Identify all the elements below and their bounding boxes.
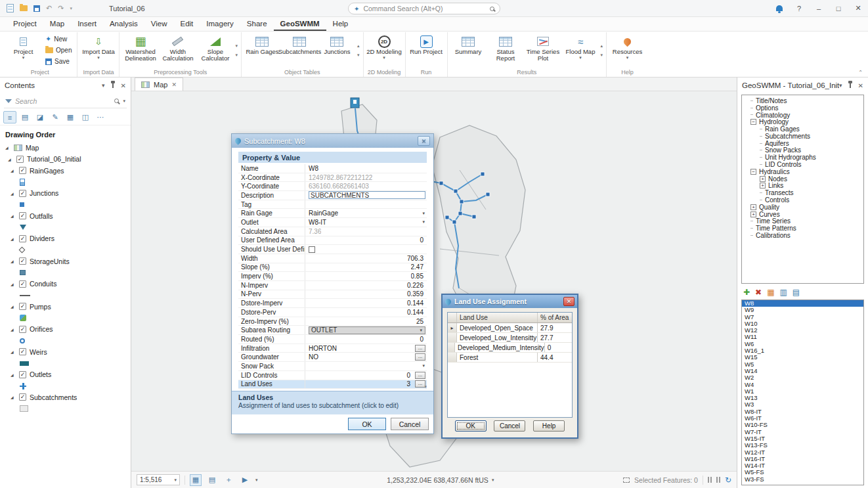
symbol-row-storageunits[interactable]: [0, 267, 131, 278]
property-row-zero-imperv[interactable]: Zero-Imperv (%)25: [238, 317, 427, 326]
row-selector[interactable]: [448, 343, 455, 352]
chevron-down-icon[interactable]: ▾: [255, 477, 258, 482]
time-series-plot-button[interactable]: Time Series Plot: [525, 32, 562, 68]
property-row-groundwater[interactable]: GroundwaterNO...: [238, 353, 427, 362]
property-row-land-uses[interactable]: Land Uses3...: [238, 380, 427, 389]
ok-button[interactable]: OK: [455, 420, 487, 432]
property-row-dstore-perv[interactable]: Dstore-Perv0.144: [238, 308, 427, 317]
pin-icon[interactable]: [850, 83, 851, 88]
object-item-w5[interactable]: W5: [742, 361, 863, 368]
pin-icon[interactable]: [112, 83, 114, 88]
tree-node-climatology[interactable]: Climatology: [742, 112, 863, 119]
pct-area-column-header[interactable]: % of Area: [538, 313, 572, 322]
object-item-w9[interactable]: W9: [742, 307, 863, 313]
open-button[interactable]: Open: [43, 45, 74, 55]
help-button[interactable]: Help: [533, 420, 565, 432]
close-pane-icon[interactable]: ✕: [121, 82, 126, 89]
row-selector[interactable]: [448, 353, 457, 362]
filter-icon[interactable]: [5, 99, 12, 103]
orifice-symbol-swatch[interactable]: [20, 338, 25, 344]
layer-checkbox[interactable]: ✓: [19, 393, 26, 401]
save-project-icon[interactable]: [33, 5, 40, 12]
outfall-symbol-swatch[interactable]: [20, 225, 26, 230]
layer-row-junctions[interactable]: ◢✓Junctions: [0, 188, 131, 200]
divider-symbol-swatch[interactable]: [19, 247, 26, 254]
layer-row-outlets[interactable]: ◢✓Outlets: [0, 369, 131, 381]
layout-grid-icon[interactable]: ▦: [190, 474, 202, 486]
layer-checkbox[interactable]: ✓: [19, 326, 26, 333]
ok-button[interactable]: OK: [348, 418, 386, 430]
map-scale-select[interactable]: 1:5,516 ▾: [137, 474, 180, 485]
project-button[interactable]: Project ▾: [5, 32, 42, 68]
object-item-w11[interactable]: W11: [742, 334, 863, 340]
outlet-symbol-swatch[interactable]: [20, 383, 26, 389]
object-item-w10[interactable]: W10: [742, 321, 863, 327]
property-row-y-coordinate[interactable]: Y-Coordinate636160.6682661403: [238, 182, 427, 191]
close-button[interactable]: ✕: [563, 297, 575, 306]
symbol-row-conduits[interactable]: [0, 290, 131, 301]
pause-drawing-icon[interactable]: [708, 477, 712, 483]
more-options-icon[interactable]: ⋯: [94, 111, 107, 123]
object-item-w1[interactable]: W1: [742, 388, 863, 395]
status-report-button[interactable]: Status Report: [487, 32, 525, 68]
minimize-button[interactable]: –: [809, 0, 829, 16]
tree-node-quality[interactable]: +Quality: [742, 204, 863, 211]
chevron-down-icon[interactable]: ▾: [422, 363, 425, 368]
tree-node-snow-packs[interactable]: Snow Packs: [742, 147, 863, 154]
close-button[interactable]: ✕: [848, 0, 868, 16]
command-search-input[interactable]: ✦ Command Search (Alt+Q): [348, 3, 500, 14]
landuse-name-cell[interactable]: Forest: [457, 353, 538, 362]
layer-row-tutorial-06-initial[interactable]: ◢✓Tutorial_06_Initial: [0, 154, 131, 166]
tree-node-lid-controls[interactable]: LID Controls: [742, 161, 863, 168]
layer-row-storageunits[interactable]: ◢✓StorageUnits: [0, 255, 131, 267]
resources-button[interactable]: Resources ▾: [609, 32, 646, 68]
tree-node-time-series[interactable]: Time Series: [742, 218, 863, 225]
object-item-w12[interactable]: W12: [742, 327, 863, 334]
layer-checkbox[interactable]: ✓: [19, 212, 26, 219]
expand-icon[interactable]: +: [750, 204, 756, 210]
property-row-x-coordinate[interactable]: X-Coordinate1249782.8672212122: [238, 173, 427, 183]
tree-node-options[interactable]: Options: [742, 104, 863, 112]
landuse-row-developed-open-space[interactable]: ▸Developed_Open_Space27.9: [448, 323, 572, 333]
delete-object-icon[interactable]: ✖: [755, 288, 762, 296]
weir-symbol-swatch[interactable]: [20, 361, 29, 366]
tree-node-aquifers[interactable]: Aquifers: [742, 140, 863, 147]
tree-node-hydrology[interactable]: −Hydrology: [742, 118, 863, 125]
more-tools-dropdown-icon[interactable]: ▾: [235, 43, 238, 49]
layer-row-subcatchments[interactable]: ◢✓Subcatchments: [0, 391, 131, 403]
slope-calculator-button[interactable]: Slope Calculator: [196, 32, 234, 68]
tree-node-curves[interactable]: +Curves: [742, 211, 863, 218]
pct-area-cell[interactable]: 27.9: [538, 323, 572, 332]
notifications-button[interactable]: [770, 0, 789, 16]
menu-tab-edit[interactable]: Edit: [173, 18, 200, 31]
storage-symbol-swatch[interactable]: [20, 270, 26, 275]
refresh-icon[interactable]: ↻: [725, 476, 731, 485]
layer-checkbox[interactable]: ✓: [19, 235, 26, 242]
scroll-down-icon[interactable]: ▾: [357, 53, 360, 58]
chevron-down-icon[interactable]: ▾: [422, 211, 425, 216]
tree-node-title-notes[interactable]: Title/Notes: [742, 97, 863, 104]
symbol-row-junctions[interactable]: [0, 199, 131, 210]
pause-updates-icon[interactable]: [716, 477, 720, 483]
summary-button[interactable]: Summary: [450, 32, 487, 68]
rain-gages-table-button[interactable]: Rain Gages: [244, 32, 281, 68]
list-by-drawing-order-icon[interactable]: ≡: [3, 111, 16, 123]
symbol-row-subcatchments[interactable]: [0, 403, 131, 414]
object-item-w14[interactable]: W14: [742, 368, 863, 374]
expand-icon[interactable]: +: [760, 183, 766, 189]
landuse-row-forest[interactable]: Forest44.4: [448, 353, 572, 363]
layer-row-weirs[interactable]: ◢✓Weirs: [0, 346, 131, 358]
junction-symbol-swatch[interactable]: [20, 202, 24, 207]
collapse-icon[interactable]: −: [750, 169, 756, 175]
expander-icon[interactable]: ◢: [11, 349, 16, 354]
property-row-imperv[interactable]: Imperv (%)0.85: [238, 272, 427, 281]
pct-area-cell[interactable]: 27.7: [538, 333, 572, 342]
help-button[interactable]: ?: [789, 0, 809, 16]
property-row-slope[interactable]: Slope (%)2.47: [238, 263, 427, 273]
close-button[interactable]: ✕: [418, 136, 430, 146]
property-row-subarea-routing[interactable]: Subarea RoutingOUTLET▾: [238, 326, 427, 335]
raingage-symbol-swatch[interactable]: [20, 179, 25, 186]
property-row-name[interactable]: NameW8: [238, 164, 427, 173]
chevron-down-icon[interactable]: ▾: [422, 219, 425, 225]
property-row-lid-controls[interactable]: LID Controls0...: [238, 371, 427, 380]
